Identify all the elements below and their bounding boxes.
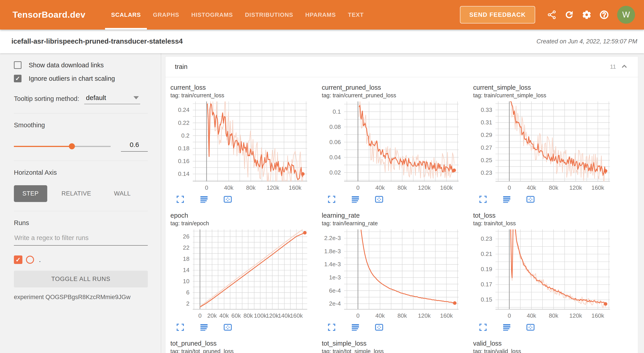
chart-title: learning_rate <box>322 212 470 219</box>
svg-text:0: 0 <box>508 312 511 319</box>
tab-graphs[interactable]: GRAPHS <box>147 0 185 29</box>
svg-text:0.23: 0.23 <box>481 169 492 176</box>
svg-text:160k: 160k <box>592 184 604 191</box>
chart-plot-tot_loss[interactable]: 040k80k120k160k0.150.170.190.210.23 <box>473 227 614 321</box>
svg-text:80k: 80k <box>398 184 407 191</box>
svg-text:80k: 80k <box>549 184 558 191</box>
tooltip-sorting-select[interactable]: default <box>84 94 140 104</box>
chart-tag: tag: train/current_simple_loss <box>473 92 621 99</box>
fit-domain-icon[interactable] <box>223 195 232 204</box>
axis-option-step[interactable]: STEP <box>14 185 47 202</box>
chart-plot-epoch[interactable]: 020k40k60k80k100k120k140k160k26101418222… <box>170 227 312 321</box>
svg-text:160k: 160k <box>440 312 453 319</box>
fit-domain-icon[interactable] <box>374 195 384 204</box>
ignore-outliers-row[interactable]: ✓ Ignore outliers in chart scaling <box>14 75 148 82</box>
chevron-up-icon[interactable] <box>620 62 628 72</box>
svg-text:80k: 80k <box>549 312 558 319</box>
svg-text:160k: 160k <box>440 184 453 191</box>
fit-domain-icon[interactable] <box>526 195 535 204</box>
smoothing-slider-thumb[interactable] <box>69 143 75 149</box>
help-icon[interactable] <box>597 7 611 22</box>
axis-option-relative[interactable]: RELATIVE <box>53 185 100 202</box>
tab-scalars[interactable]: SCALARS <box>105 0 147 29</box>
svg-text:100k: 100k <box>254 312 267 319</box>
svg-text:80k: 80k <box>244 312 253 319</box>
run-color-circle-icon[interactable] <box>26 256 34 264</box>
smoothing-slider-fill <box>14 146 72 147</box>
chart-plot-current_loss[interactable]: 040k80k120k160k0.140.160.180.20.220.24 <box>170 99 312 193</box>
experiment-bar: icefall-asr-librispeech-pruned-transduce… <box>0 29 644 53</box>
expand-icon[interactable] <box>327 323 336 332</box>
svg-text:0: 0 <box>508 184 511 191</box>
data-table-icon[interactable] <box>200 323 208 332</box>
svg-text:40k: 40k <box>527 312 536 319</box>
expand-icon[interactable] <box>478 195 488 204</box>
tab-histograms[interactable]: HISTOGRAMS <box>185 0 239 29</box>
expand-icon[interactable] <box>176 323 185 332</box>
share-icon[interactable] <box>544 7 559 22</box>
charts-grid: current_losstag: train/current_loss040k8… <box>166 77 638 353</box>
runs-filter-input[interactable] <box>14 234 148 246</box>
ignore-outliers-checkbox[interactable]: ✓ <box>14 75 22 82</box>
tab-distributions[interactable]: DISTRIBUTIONS <box>239 0 299 29</box>
svg-text:140k: 140k <box>278 312 291 319</box>
chart-tag: tag: train/valid_loss <box>473 348 621 353</box>
data-table-icon[interactable] <box>502 195 511 204</box>
run-list-item: ✓ . <box>14 256 148 264</box>
chart-plot-learning_rate[interactable]: 040k80k120k160k2e-46e-41e-31.4e-31.8e-32… <box>322 227 463 321</box>
svg-text:0.22: 0.22 <box>178 119 190 126</box>
svg-text:6: 6 <box>186 289 190 296</box>
svg-text:26: 26 <box>183 233 190 240</box>
app-brand: TensorBoard.dev <box>12 0 85 29</box>
chart-plot-current_pruned_loss[interactable]: 040k80k120k160k0.020.040.060.080.1 <box>322 99 463 193</box>
experiment-name: icefall-asr-librispeech-pruned-transduce… <box>12 37 183 45</box>
chart-toolbar <box>170 194 318 205</box>
svg-text:0.27: 0.27 <box>481 144 492 151</box>
tab-text[interactable]: TEXT <box>342 0 370 29</box>
svg-text:0.18: 0.18 <box>178 145 190 152</box>
runs-label: Runs <box>14 219 148 227</box>
expand-icon[interactable] <box>478 323 488 332</box>
expand-icon[interactable] <box>176 195 185 204</box>
fit-domain-icon[interactable] <box>526 323 535 332</box>
svg-text:40k: 40k <box>527 184 536 191</box>
send-feedback-button[interactable]: SEND FEEDBACK <box>460 6 535 23</box>
svg-text:0.2: 0.2 <box>182 132 190 139</box>
nav-tabs: SCALARS GRAPHS HISTOGRAMS DISTRIBUTIONS … <box>105 0 370 29</box>
chart-tile-current_loss: current_losstag: train/current_loss040k8… <box>170 84 318 205</box>
chart-plot-current_simple_loss[interactable]: 040k80k120k160k0.230.250.270.290.310.33 <box>473 99 614 193</box>
fit-domain-icon[interactable] <box>374 323 384 332</box>
data-table-icon[interactable] <box>351 195 360 204</box>
chart-tile-tot_pruned_loss: tot_pruned_losstag: train/tot_pruned_los… <box>170 340 318 353</box>
chart-tag: tag: train/tot_pruned_loss <box>170 348 318 353</box>
smoothing-slider[interactable] <box>14 146 110 147</box>
axis-option-wall[interactable]: WALL <box>106 185 139 202</box>
data-table-icon[interactable] <box>200 195 208 204</box>
show-download-links-row[interactable]: Show data download links <box>14 61 148 69</box>
tooltip-sorting-label: Tooltip sorting method: <box>14 95 79 104</box>
settings-icon[interactable] <box>580 7 594 22</box>
svg-text:0.04: 0.04 <box>330 154 341 161</box>
train-section-header[interactable]: train 11 <box>166 57 638 77</box>
data-table-icon[interactable] <box>351 323 360 332</box>
chart-tile-tot_loss: tot_losstag: train/tot_loss040k80k120k16… <box>473 212 621 333</box>
tab-hparams[interactable]: HPARAMS <box>299 0 342 29</box>
show-download-links-checkbox[interactable] <box>14 61 22 69</box>
data-table-icon[interactable] <box>502 323 511 332</box>
svg-text:160k: 160k <box>290 312 303 319</box>
svg-text:0.29: 0.29 <box>481 132 492 138</box>
toggle-all-runs-button[interactable]: TOGGLE ALL RUNS <box>14 271 148 288</box>
svg-text:0.06: 0.06 <box>330 139 341 145</box>
user-avatar[interactable]: W <box>617 6 635 24</box>
svg-text:0: 0 <box>205 184 208 191</box>
refresh-icon[interactable] <box>562 7 576 22</box>
expand-icon[interactable] <box>327 195 336 204</box>
run-checkbox[interactable]: ✓ <box>14 256 22 264</box>
tooltip-sorting-value: default <box>86 94 106 102</box>
chart-tile-valid_loss: valid_losstag: train/valid_loss <box>473 340 621 353</box>
show-download-links-label: Show data download links <box>29 61 104 69</box>
smoothing-value[interactable]: 0.6 <box>121 141 148 152</box>
fit-domain-icon[interactable] <box>223 323 232 332</box>
smoothing-group: Smoothing 0.6 <box>14 113 148 161</box>
chart-title: tot_loss <box>473 212 621 219</box>
